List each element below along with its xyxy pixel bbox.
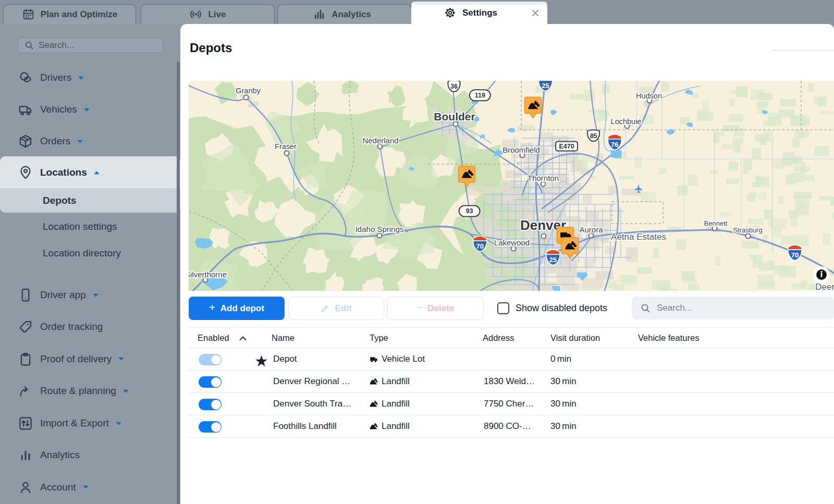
svg-text:Granby: Granby — [236, 87, 261, 95]
svg-text:Aetna Estates: Aetna Estates — [611, 232, 666, 242]
svg-text:Thornton: Thornton — [528, 174, 559, 182]
svg-text:Lakewood: Lakewood — [494, 238, 530, 247]
svg-text:85: 85 — [590, 132, 597, 140]
svg-text:Silverthorne: Silverthorne — [189, 270, 227, 279]
svg-text:36: 36 — [450, 83, 458, 90]
svg-text:25: 25 — [542, 82, 549, 90]
svg-text:Boulder: Boulder — [434, 110, 475, 122]
svg-text:Idaho Springs: Idaho Springs — [355, 225, 404, 233]
svg-text:93: 93 — [466, 207, 473, 215]
svg-text:Strasburg: Strasburg — [733, 226, 762, 234]
svg-text:Lochbuie: Lochbuie — [611, 117, 642, 126]
svg-text:E470: E470 — [559, 143, 574, 150]
svg-text:Aurora: Aurora — [579, 225, 603, 234]
svg-text:70: 70 — [791, 251, 799, 259]
svg-text:Nederland: Nederland — [362, 136, 398, 145]
svg-text:25: 25 — [549, 256, 557, 264]
svg-text:119: 119 — [475, 92, 485, 99]
svg-text:Bennett: Bennett — [704, 219, 728, 227]
svg-text:76: 76 — [611, 141, 618, 149]
svg-text:Hudson: Hudson — [636, 92, 662, 100]
svg-text:Fraser: Fraser — [275, 142, 297, 151]
svg-text:Broomfield: Broomfield — [502, 145, 540, 154]
svg-text:Deer Trail: Deer Trail — [815, 282, 834, 291]
svg-text:70: 70 — [476, 242, 484, 250]
